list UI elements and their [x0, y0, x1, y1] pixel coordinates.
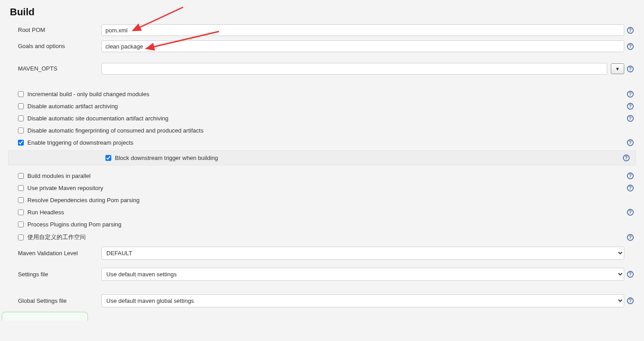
help-icon[interactable]: ? [627, 66, 634, 72]
help-icon[interactable]: ? [627, 209, 634, 216]
input-maven-opts[interactable] [101, 63, 607, 75]
checkbox-row-disable-archive: Disable automatic artifact archiving? [8, 100, 636, 112]
svg-text:?: ? [629, 44, 631, 49]
checkbox-row-incremental: Incremental build - only build changed m… [8, 88, 636, 100]
svg-text:?: ? [629, 210, 631, 215]
nested-block-downstream: Block downstream trigger when building? [8, 151, 636, 165]
checkbox-label: Build modules in parallel [27, 173, 624, 179]
checkbox-row-disable-fp: Disable automatic fingerprinting of cons… [8, 124, 636, 137]
svg-text:?: ? [629, 28, 631, 33]
row-goals: Goals and options ? [8, 40, 636, 52]
svg-text:?: ? [629, 186, 631, 190]
checkbox-resolve-deps[interactable] [18, 197, 24, 203]
help-icon[interactable]: ? [627, 173, 634, 179]
help-icon[interactable]: ? [627, 115, 634, 122]
label-maven-opts: MAVEN_OPTS [8, 65, 101, 73]
checkbox-block-trigger[interactable] [105, 155, 111, 161]
checkbox-label: Resolve Dependencies during Pom parsing [27, 197, 624, 204]
select-global-settings[interactable]: Use default maven global settings [101, 294, 624, 307]
help-icon[interactable]: ? [627, 43, 634, 50]
help-icon[interactable]: ? [627, 27, 634, 34]
help-icon[interactable]: ? [627, 271, 634, 278]
checkbox-disable-site[interactable] [18, 115, 24, 121]
row-root-pom: Root POM ? [8, 24, 636, 36]
row-validation: Maven Validation Level DEFAULT [8, 247, 636, 260]
row-settings: Settings file Use default maven settings… [8, 268, 636, 281]
checkbox-headless[interactable] [18, 209, 24, 215]
checkbox-private-repo[interactable] [18, 185, 24, 191]
row-global-settings: Global Settings file Use default maven g… [8, 294, 636, 307]
svg-text:?: ? [629, 235, 631, 240]
svg-text:?: ? [629, 272, 631, 277]
checkbox-row-private-repo: Use private Maven repository? [8, 182, 636, 194]
checkbox-row-disable-site: Disable automatic site documentation art… [8, 112, 636, 124]
label-settings: Settings file [8, 270, 101, 279]
checkbox-label: Disable automatic site documentation art… [27, 115, 624, 122]
checkbox-row-resolve-deps: Resolve Dependencies during Pom parsing [8, 194, 636, 206]
checkbox-label: Run Headless [27, 209, 624, 216]
checkbox-row-headless: Run Headless? [8, 206, 636, 218]
label-goals: Goals and options [8, 42, 101, 50]
svg-text:?: ? [629, 92, 631, 97]
checkbox-enable-trigger[interactable] [18, 140, 24, 146]
checkbox-label: Incremental build - only build changed m… [27, 91, 624, 97]
checkbox-label: Use private Maven repository [27, 185, 624, 191]
bottom-panel-edge [8, 312, 636, 321]
checkbox-custom-ws[interactable] [18, 235, 24, 240]
help-icon[interactable]: ? [627, 103, 634, 110]
checkbox-label: Disable automatic fingerprinting of cons… [27, 127, 624, 134]
row-maven-opts: MAVEN_OPTS ▼ ? [8, 63, 636, 75]
checkbox-label: Disable automatic artifact archiving [27, 103, 624, 110]
svg-text:?: ? [625, 155, 627, 160]
help-icon[interactable]: ? [623, 155, 630, 161]
checkbox-row-process-plugins: Process Plugins during Pom parsing [8, 218, 636, 230]
svg-text:?: ? [629, 116, 631, 121]
select-validation[interactable]: DEFAULT [101, 247, 624, 260]
label-global-settings: Global Settings file [8, 297, 101, 305]
svg-text:?: ? [629, 140, 631, 145]
svg-text:?: ? [629, 104, 631, 109]
expand-button[interactable]: ▼ [611, 63, 624, 74]
label-validation: Maven Validation Level [8, 249, 101, 257]
help-icon[interactable]: ? [627, 91, 634, 97]
checkbox-incremental[interactable] [18, 91, 24, 97]
svg-text:?: ? [629, 173, 631, 178]
checkbox-row-custom-ws: 使用自定义的工作空间? [8, 230, 636, 244]
svg-text:?: ? [629, 298, 631, 303]
label-root-pom: Root POM [8, 26, 101, 34]
select-settings[interactable]: Use default maven settings [101, 268, 624, 281]
checkbox-label: Enable triggering of downstream projects [27, 139, 624, 146]
checkbox-row-parallel: Build modules in parallel? [8, 170, 636, 182]
help-icon[interactable]: ? [627, 297, 634, 304]
checkbox-process-plugins[interactable] [18, 221, 24, 227]
checkbox-disable-fp[interactable] [18, 128, 24, 133]
checkbox-row-enable-trigger: Enable triggering of downstream projects… [8, 137, 636, 149]
checkbox-parallel[interactable] [18, 173, 24, 179]
section-title: Build [10, 6, 636, 18]
checkbox-label: 使用自定义的工作空间 [27, 233, 624, 241]
help-icon[interactable]: ? [627, 185, 634, 191]
input-root-pom[interactable] [101, 24, 624, 36]
checkbox-disable-archive[interactable] [18, 103, 24, 109]
help-icon[interactable]: ? [627, 139, 634, 146]
checkbox-label: Process Plugins during Pom parsing [27, 221, 624, 228]
svg-text:?: ? [629, 66, 631, 71]
checkbox-label: Block downstream trigger when building [115, 155, 620, 161]
input-goals[interactable] [101, 40, 624, 52]
help-icon[interactable]: ? [627, 234, 634, 241]
